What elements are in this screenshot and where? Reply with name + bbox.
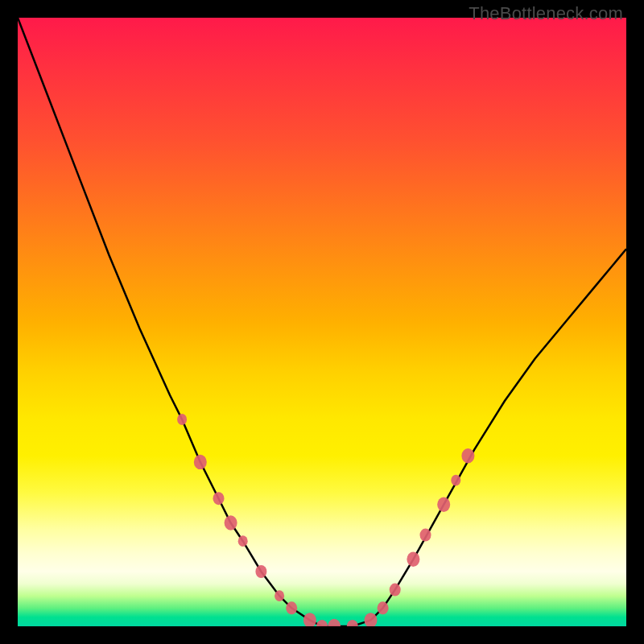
data-marker [437,497,450,512]
data-marker [407,552,419,567]
bottleneck-curve-svg [18,18,626,626]
watermark-text: TheBottleneck.com [469,3,623,24]
data-marker [177,414,187,425]
data-marker [255,565,266,578]
data-marker [328,619,341,626]
data-marker [347,620,358,626]
data-marker [238,535,248,547]
data-marker [420,529,431,542]
data-marker [225,515,237,530]
data-marker [213,492,225,505]
data-marker [378,601,389,614]
chart-frame: TheBottleneck.com [0,0,644,644]
bottleneck-curve [18,18,626,626]
data-marker [316,620,328,626]
plot-area [18,18,626,626]
data-marker [275,590,284,601]
data-marker [303,613,316,626]
data-marker [451,475,460,486]
data-marker [194,455,207,469]
data-marker [286,601,297,614]
data-marker [390,584,401,597]
data-marker [461,448,474,463]
